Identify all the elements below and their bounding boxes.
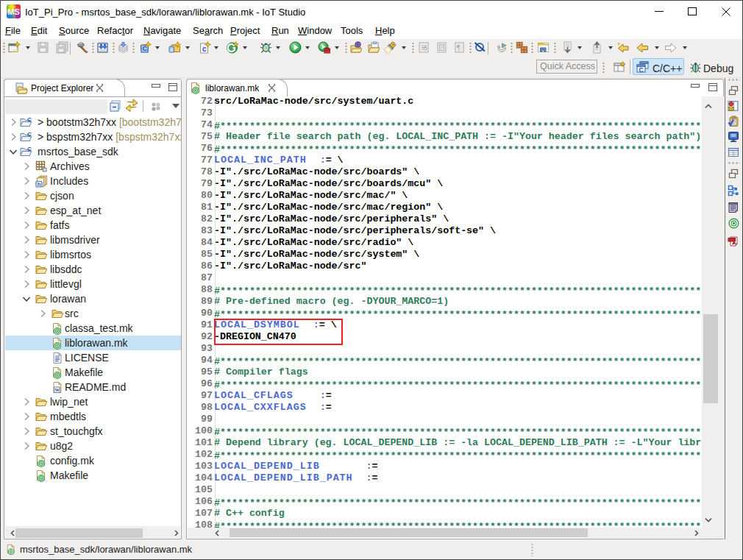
- svg-text:c: c: [202, 45, 207, 53]
- svg-text:C: C: [143, 45, 148, 52]
- svg-text:MS: MS: [7, 7, 20, 16]
- svg-text:¶: ¶: [457, 43, 461, 52]
- svg-text:c: c: [170, 46, 173, 53]
- svg-text:C: C: [639, 66, 644, 74]
